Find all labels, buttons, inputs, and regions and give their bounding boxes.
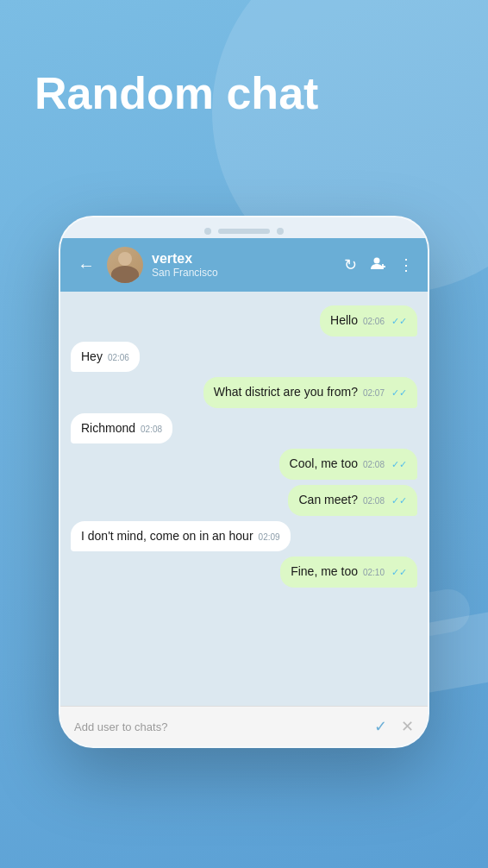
- dismiss-button[interactable]: ✕: [401, 717, 414, 736]
- message-bubble: Can meet?02:08✓✓: [288, 485, 417, 516]
- camera-dot-2: [277, 228, 284, 235]
- message-row: Can meet?02:08✓✓: [71, 485, 417, 516]
- message-bubble: What district are you from?02:07✓✓: [203, 377, 417, 408]
- message-text: Hey: [81, 349, 103, 366]
- page-title: Random chat: [34, 69, 318, 118]
- message-bubble: Fine, me too02:10✓✓: [280, 557, 417, 588]
- message-text: Fine, me too: [291, 563, 358, 581]
- add-user-prompt: Add user to chats?: [74, 720, 167, 733]
- message-time: 02:08: [363, 459, 385, 471]
- read-receipt-icon: ✓✓: [391, 387, 407, 399]
- contact-location: San Francisco: [152, 267, 335, 279]
- back-button[interactable]: ←: [74, 252, 98, 279]
- avatar-image: [107, 247, 143, 283]
- message-time: 02:07: [363, 387, 385, 399]
- message-time: 02:08: [141, 424, 162, 436]
- message-row: Hello02:06✓✓: [71, 305, 417, 337]
- read-receipt-icon: ✓✓: [391, 566, 407, 579]
- chat-body: Hello02:06✓✓Hey02:06What district are yo…: [60, 292, 428, 706]
- message-row: Hey02:06: [71, 342, 417, 373]
- more-options-icon[interactable]: ⋮: [398, 255, 414, 274]
- read-receipt-icon: ✓✓: [391, 458, 407, 471]
- message-text: I don't mind, come on in an hour: [81, 528, 253, 545]
- read-receipt-icon: ✓✓: [391, 315, 407, 328]
- contact-name: vertex: [152, 251, 335, 267]
- phone-mockup: ← vertex San Francisco ↻ ⋮: [59, 216, 429, 748]
- message-time: 02:06: [363, 316, 385, 328]
- speaker-bar: [218, 229, 270, 234]
- message-time: 02:10: [363, 567, 385, 579]
- message-row: Fine, me too02:10✓✓: [71, 557, 417, 588]
- message-time: 02:09: [259, 531, 280, 544]
- message-time: 02:08: [363, 495, 385, 507]
- add-user-icon[interactable]: [369, 255, 386, 276]
- phone-notch: [60, 217, 428, 238]
- confirm-button[interactable]: ✓: [374, 717, 387, 736]
- message-text: Richmond: [81, 420, 135, 437]
- message-text: Hello: [330, 312, 358, 330]
- bottom-actions: ✓ ✕: [374, 717, 414, 736]
- svg-point-0: [374, 257, 380, 263]
- read-receipt-icon: ✓✓: [391, 494, 407, 507]
- message-row: What district are you from?02:07✓✓: [71, 377, 417, 408]
- chat-header: ← vertex San Francisco ↻ ⋮: [60, 238, 428, 292]
- message-text: What district are you from?: [214, 384, 358, 401]
- chat-bottom-bar: Add user to chats? ✓ ✕: [60, 706, 428, 746]
- contact-info: vertex San Francisco: [152, 251, 335, 279]
- phone-frame: ← vertex San Francisco ↻ ⋮: [59, 216, 429, 748]
- message-bubble: Hey02:06: [71, 342, 140, 373]
- header-actions: ↻ ⋮: [344, 255, 414, 276]
- message-bubble: Richmond02:08: [71, 413, 172, 444]
- message-time: 02:06: [108, 352, 129, 364]
- message-text: Can meet?: [298, 492, 357, 509]
- refresh-icon[interactable]: ↻: [344, 255, 357, 274]
- message-row: Cool, me too02:08✓✓: [71, 449, 417, 480]
- message-text: Cool, me too: [290, 456, 358, 473]
- message-bubble: Cool, me too02:08✓✓: [279, 449, 417, 480]
- camera-dot: [204, 228, 211, 235]
- avatar: [107, 247, 143, 283]
- message-row: Richmond02:08: [71, 413, 417, 444]
- message-bubble: Hello02:06✓✓: [320, 305, 417, 337]
- message-bubble: I don't mind, come on in an hour02:09: [71, 521, 291, 552]
- message-row: I don't mind, come on in an hour02:09: [71, 521, 417, 552]
